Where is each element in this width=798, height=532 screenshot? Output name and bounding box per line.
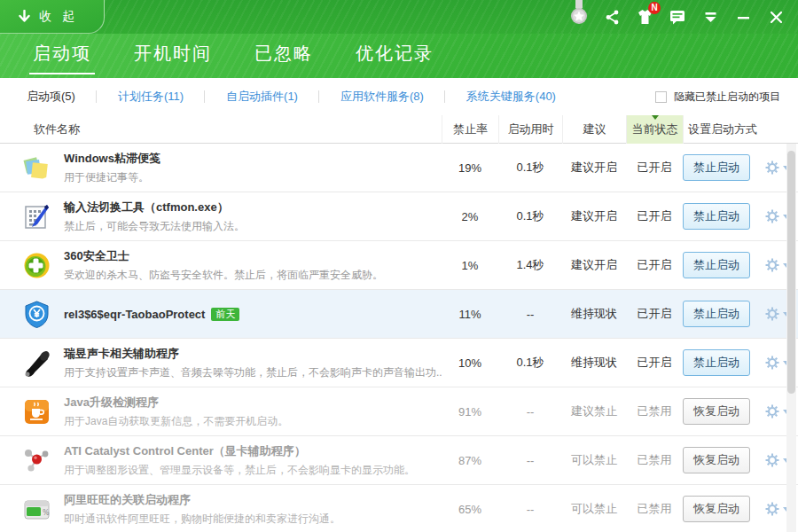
table-row-selected[interactable]: rel3$6$eqr-TaobaoProtect 前天 11% -- 维持现状 …	[0, 290, 798, 339]
boot-time-value: --	[498, 454, 562, 467]
message-icon[interactable]	[668, 5, 687, 28]
arrow-down-icon	[18, 10, 31, 24]
status-value: 已开启	[626, 257, 683, 273]
ban-rate-value: 10%	[442, 356, 498, 370]
gear-icon	[764, 355, 780, 371]
gear-icon	[764, 160, 780, 176]
suggestion-value: 可以禁止	[562, 452, 626, 468]
suggestion-value: 建议开启	[562, 257, 626, 273]
boot-time-value: 1.4秒	[498, 257, 562, 273]
hide-disabled-option: 隐藏已禁止启动的项目	[655, 90, 780, 105]
tab-boot-time[interactable]: 开机时间	[132, 38, 214, 74]
tab-optimize-history[interactable]: 优化记录	[354, 38, 435, 74]
ban-rate-value: 87%	[442, 454, 498, 467]
item-name: 瑞昱声卡相关辅助程序	[64, 346, 442, 362]
item-name: Java升级检测程序	[64, 395, 288, 411]
disable-startup-button[interactable]: 禁止启动	[683, 252, 750, 278]
tab-startup-items[interactable]: 启动项	[31, 38, 93, 74]
restore-startup-button[interactable]: 恢复启动	[683, 496, 750, 522]
tshirt-icon[interactable]: N	[635, 5, 654, 28]
minimize-button[interactable]	[733, 5, 753, 28]
boot-time-value: 0.1秒	[498, 208, 562, 224]
scrollbar-thumb[interactable]	[787, 151, 795, 394]
header-boot-time: 启动用时	[498, 115, 562, 144]
recent-badge: 前天	[211, 308, 239, 321]
ban-rate-value: 65%	[442, 503, 498, 516]
disable-startup-button[interactable]: 禁止启动	[683, 301, 750, 327]
item-description: 禁止后，可能会导致无法使用输入法。	[64, 219, 245, 234]
gear-icon	[764, 403, 780, 419]
svg-text:%: %	[43, 509, 50, 517]
item-name: 阿里旺旺的关联启动程序	[64, 492, 340, 508]
ban-rate-value: 91%	[442, 405, 498, 419]
collapse-label: 收 起	[39, 9, 78, 25]
table-row[interactable]: ATI Catalyst Control Center（显卡辅助程序） 用于调整…	[0, 436, 798, 485]
status-value: 已开启	[626, 306, 683, 322]
subtab-system-services[interactable]: 系统关键服务(40)	[445, 89, 577, 105]
item-description: 用于支持设置声卡声道、音频去噪等功能，禁止后，不会影响声卡的声音输出功...	[64, 365, 442, 380]
header-ban-rate: 禁止率	[442, 115, 498, 144]
suggestion-value: 维持现状	[562, 355, 626, 371]
boot-time-value: --	[498, 503, 562, 516]
header-suggestion: 建议	[562, 115, 626, 144]
collapse-button[interactable]: 收 起	[0, 0, 105, 34]
item-description: 受欢迎的杀木马、防盗号安全软件。禁止后，将面临严重安全威胁。	[64, 268, 383, 283]
table-row[interactable]: 360安全卫士 受欢迎的杀木马、防盗号安全软件。禁止后，将面临严重安全威胁。 1…	[0, 241, 798, 290]
suggestion-value: 建议开启	[562, 208, 626, 224]
sticky-notes-icon	[22, 153, 51, 183]
status-value: 已禁用	[626, 403, 683, 419]
item-name: Windows粘滞便笺	[64, 151, 160, 167]
titlebar-icons: N	[569, 0, 798, 34]
subtab-app-services[interactable]: 应用软件服务(8)	[319, 89, 445, 105]
table-row[interactable]: 瑞昱声卡相关辅助程序 用于支持设置声卡声道、音频去噪等功能，禁止后，不会影响声卡…	[0, 339, 798, 387]
taobao-shield-icon	[22, 300, 51, 329]
medal-icon[interactable]	[569, 0, 589, 28]
input-method-icon	[22, 202, 51, 231]
item-name: 360安全卫士	[64, 248, 383, 264]
item-description: 用于Java自动获取更新信息，不需要开机启动。	[64, 414, 288, 429]
table-row[interactable]: Windows粘滞便笺 用于便捷记事等。 19% 0.1秒 建议开启 已开启 禁…	[0, 144, 798, 192]
suggestion-value: 维持现状	[562, 306, 626, 322]
subtab-startup[interactable]: 启动项(5)	[27, 89, 97, 105]
status-value: 已禁用	[626, 501, 683, 517]
360-safeguard-icon	[22, 251, 51, 280]
main-nav: 启动项 开机时间 已忽略 优化记录	[0, 34, 798, 78]
subtab-scheduled-tasks[interactable]: 计划任务(11)	[97, 89, 205, 105]
disable-startup-button[interactable]: 禁止启动	[683, 154, 750, 181]
status-value: 已开启	[626, 160, 683, 176]
hide-disabled-checkbox[interactable]	[655, 91, 667, 103]
subtab-autostart-plugins[interactable]: 自启动插件(1)	[205, 89, 319, 105]
restore-startup-button[interactable]: 恢复启动	[683, 398, 750, 425]
startup-items-list: Windows粘滞便笺 用于便捷记事等。 19% 0.1秒 建议开启 已开启 禁…	[0, 144, 798, 532]
item-description: 即时通讯软件阿里旺旺，购物时能便捷的和卖家进行沟通。	[64, 512, 340, 527]
suggestion-value: 建议禁止	[562, 403, 626, 419]
status-value: 已开启	[626, 355, 683, 371]
tab-ignored[interactable]: 已忽略	[253, 38, 315, 74]
item-name: ATI Catalyst Control Center（显卡辅助程序）	[64, 443, 415, 459]
suggestion-value: 可以禁止	[562, 501, 626, 517]
header-software-name: 软件名称	[0, 121, 442, 137]
notification-badge: N	[648, 2, 661, 14]
skin-menu-icon[interactable]	[700, 5, 720, 28]
suggestion-value: 建议开启	[562, 160, 626, 176]
item-description: 用于调整图形设置、管理显示设备等，禁止后，不会影响显卡的显示功能。	[64, 463, 415, 478]
status-value: 已开启	[626, 208, 683, 224]
disable-startup-button[interactable]: 禁止启动	[683, 203, 750, 230]
restore-startup-button[interactable]: 恢复启动	[683, 447, 750, 473]
ati-molecule-icon	[22, 446, 51, 475]
app-window: 收 起	[0, 0, 798, 532]
close-button[interactable]	[766, 5, 786, 28]
boot-time-value: 0.1秒	[498, 355, 562, 371]
share-icon[interactable]	[602, 5, 622, 28]
titlebar: 收 起	[0, 0, 798, 34]
ban-rate-value: 19%	[442, 161, 498, 175]
table-row[interactable]: Java升级检测程序 用于Java自动获取更新信息，不需要开机启动。 91% -…	[0, 387, 798, 436]
ban-rate-value: 2%	[442, 210, 498, 223]
disable-startup-button[interactable]: 禁止启动	[683, 349, 750, 376]
table-row[interactable]: % 阿里旺旺的关联启动程序 即时通讯软件阿里旺旺，购物时能便捷的和卖家进行沟通。…	[0, 485, 798, 532]
item-name: rel3$6$eqr-TaobaoProtect	[64, 308, 205, 321]
table-row[interactable]: 输入法切换工具（ctfmon.exe） 禁止后，可能会导致无法使用输入法。 2%…	[0, 192, 798, 241]
speaker-icon	[22, 348, 51, 378]
aliwangwang-icon: %	[22, 495, 51, 524]
header-current-status[interactable]: 当前状态	[626, 115, 683, 144]
